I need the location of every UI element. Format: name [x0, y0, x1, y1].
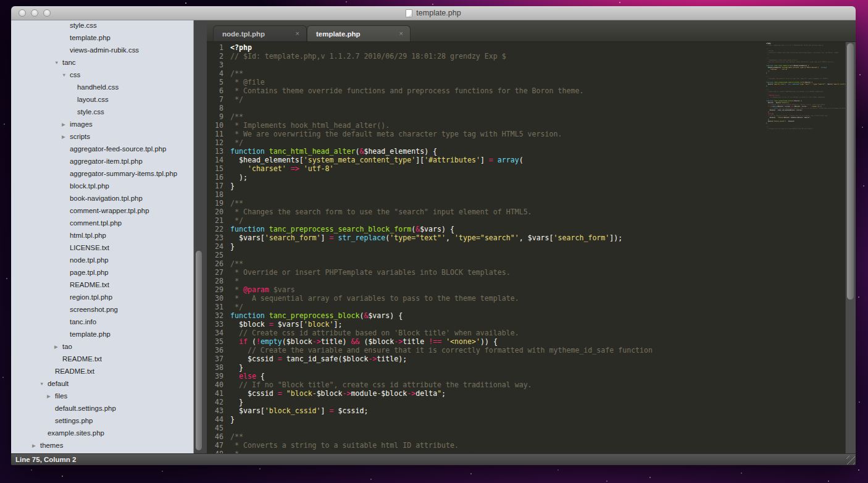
code-line-25[interactable]: 25 [207, 251, 856, 259]
folder-item-default[interactable]: ▼default [11, 377, 193, 390]
code-line-22[interactable]: 22function tanc_preprocess_search_block_… [207, 225, 856, 233]
file-item-aggregator-item.tpl.php[interactable]: aggregator-item.tpl.php [11, 155, 193, 167]
editor-scrollbar-track[interactable] [845, 42, 856, 453]
code-line-43[interactable]: 43 $vars['block_cssid'] = $cssid; [207, 406, 856, 415]
file-item-page.tpl.php[interactable]: page.tpl.php [11, 266, 193, 279]
code-line-34[interactable]: 34 // Create css id attribute based on '… [207, 329, 856, 337]
code-line-42[interactable]: 42 } [207, 398, 856, 406]
file-item-views-admin-rubik.css[interactable]: views-admin-rubik.css [11, 44, 193, 56]
file-item-handheld.css[interactable]: handheld.css [11, 81, 193, 93]
code-line-46[interactable]: 46/** [207, 432, 856, 441]
code-line-35[interactable]: 35 if (!empty($block->title) && ($block-… [207, 337, 856, 346]
code-line-9[interactable]: 9/** [207, 112, 856, 121]
minimap[interactable]: <?php// $Id: template.php,v 1.1.2.7 2010… [766, 43, 845, 132]
tab-node.tpl.php[interactable]: node.tpl.php× [213, 25, 307, 41]
disclosure-closed-icon[interactable]: ▶ [32, 440, 40, 452]
code-editor[interactable]: 1<?php2// $Id: template.php,v 1.1.2.7 20… [207, 42, 856, 453]
code-line-19[interactable]: 19/** [207, 199, 856, 208]
code-line-6[interactable]: 6 * Contains theme override functions an… [207, 86, 856, 95]
code-line-11[interactable]: 11 * We are overwriting the default meta… [207, 130, 856, 138]
disclosure-closed-icon[interactable]: ▶ [47, 390, 55, 403]
disclosure-open-icon[interactable]: ▼ [62, 69, 70, 82]
code-line-24[interactable]: 24} [207, 242, 856, 251]
folder-item-images[interactable]: ▶images [11, 118, 193, 130]
file-item-layout.css[interactable]: layout.css [11, 93, 193, 106]
file-item-html.tpl.php[interactable]: html.tpl.php [11, 229, 193, 242]
file-item-style.css[interactable]: style.css [11, 106, 193, 118]
code-line-33[interactable]: 33 $block = $vars['block']; [207, 320, 856, 329]
code-line-45[interactable]: 45 [207, 424, 856, 432]
file-item-template.php[interactable]: template.php [11, 32, 193, 44]
file-item-block.tpl.php[interactable]: block.tpl.php [11, 180, 193, 192]
code-line-47[interactable]: 47 * Converts a string to a suitable htm… [207, 441, 856, 450]
file-item-README.txt[interactable]: README.txt [11, 279, 193, 291]
code-line-5[interactable]: 5 * @file [207, 78, 856, 86]
disclosure-open-icon[interactable]: ▼ [40, 378, 48, 390]
disclosure-closed-icon[interactable]: ▶ [54, 341, 62, 353]
code-line-15[interactable]: 15 'charset' => 'utf-8' [207, 164, 856, 173]
minimize-window-button[interactable] [31, 9, 38, 17]
file-item-comment-wrapper.tpl.php[interactable]: comment-wrapper.tpl.php [11, 204, 193, 217]
sidebar-scrollbar-track[interactable] [193, 20, 207, 453]
disclosure-closed-icon[interactable]: ▶ [62, 131, 70, 143]
file-item-default.settings.php[interactable]: default.settings.php [11, 402, 193, 414]
disclosure-open-icon[interactable]: ▼ [54, 57, 62, 69]
folder-item-scripts[interactable]: ▶scripts [11, 130, 193, 143]
code-line-1[interactable]: 1<?php [207, 43, 856, 52]
tab-close-icon[interactable]: × [296, 30, 299, 38]
code-line-3[interactable]: 3 [207, 61, 856, 69]
file-item-settings.php[interactable]: settings.php [11, 414, 193, 427]
file-item-screenshot.png[interactable]: screenshot.png [11, 303, 193, 316]
folder-item-tanc[interactable]: ▼tanc [11, 56, 193, 69]
file-item-aggregator-summary-items.tpl.php[interactable]: aggregator-summary-items.tpl.php [11, 167, 193, 180]
code-line-31[interactable]: 31 */ [207, 303, 856, 311]
folder-item-themes[interactable]: ▶themes [11, 439, 193, 452]
file-item-tanc.info[interactable]: tanc.info [11, 316, 193, 328]
code-line-13[interactable]: 13function tanc_html_head_alter(&$head_e… [207, 147, 856, 156]
resize-grip[interactable] [846, 456, 855, 464]
code-line-29[interactable]: 29 * @param $vars [207, 285, 856, 294]
tab-template.php[interactable]: template.php× [307, 25, 411, 41]
file-item-region.tpl.php[interactable]: region.tpl.php [11, 291, 193, 303]
folder-item-tao[interactable]: ▶tao [11, 340, 193, 353]
file-item-template.php[interactable]: template.php [11, 328, 193, 340]
window-titlebar[interactable]: template.php [11, 6, 856, 20]
code-line-32[interactable]: 32function tanc_preprocess_block(&$vars)… [207, 311, 856, 320]
file-item-README.txt[interactable]: README.txt [11, 353, 193, 365]
tab-close-icon[interactable]: × [399, 30, 403, 38]
code-line-40[interactable]: 40 // If no "Block title", create css id… [207, 380, 856, 389]
code-line-26[interactable]: 26/** [207, 259, 856, 268]
code-line-4[interactable]: 4/** [207, 69, 856, 78]
code-line-39[interactable]: 39 else { [207, 372, 856, 380]
sidebar-scrollbar-thumb[interactable] [196, 251, 202, 450]
file-item-LICENSE.txt[interactable]: LICENSE.txt [11, 242, 193, 254]
file-item-example.sites.php[interactable]: example.sites.php [11, 427, 193, 439]
close-window-button[interactable] [19, 9, 26, 17]
code-line-20[interactable]: 20 * Changes the search form to use the … [207, 208, 856, 216]
code-line-36[interactable]: 36 // Create the variable and ensure tha… [207, 346, 856, 355]
code-line-23[interactable]: 23 $vars['search_form'] = str_replace('t… [207, 233, 856, 242]
file-item-style.css[interactable]: style.css [11, 20, 193, 32]
folder-item-css[interactable]: ▼css [11, 69, 193, 81]
file-item-book-navigation.tpl.php[interactable]: book-navigation.tpl.php [11, 192, 193, 204]
code-line-2[interactable]: 2// $Id: template.php,v 1.1.2.7 2010/06/… [207, 52, 856, 61]
code-line-12[interactable]: 12 */ [207, 138, 856, 147]
disclosure-closed-icon[interactable]: ▶ [62, 119, 70, 131]
file-item-node.tpl.php[interactable]: node.tpl.php [11, 254, 193, 266]
code-line-37[interactable]: 37 $cssid = tanc_id_safe($block->title); [207, 355, 856, 363]
code-line-38[interactable]: 38 } [207, 363, 856, 372]
code-line-21[interactable]: 21 */ [207, 216, 856, 225]
code-line-14[interactable]: 14 $head_elements['system_meta_content_t… [207, 156, 856, 164]
code-line-7[interactable]: 7 */ [207, 95, 856, 104]
code-line-10[interactable]: 10 * Implements hook_html_head_alter(). [207, 121, 856, 130]
file-item-comment.tpl.php[interactable]: comment.tpl.php [11, 217, 193, 229]
code-line-30[interactable]: 30 * A sequential array of variables to … [207, 294, 856, 303]
code-line-16[interactable]: 16 ); [207, 173, 856, 182]
file-item-README.txt[interactable]: README.txt [11, 365, 193, 377]
code-line-17[interactable]: 17} [207, 182, 856, 190]
code-line-27[interactable]: 27 * Override or insert PHPTemplate vari… [207, 268, 856, 277]
code-line-28[interactable]: 28 * [207, 277, 856, 285]
code-line-44[interactable]: 44} [207, 415, 856, 424]
code-line-8[interactable]: 8 [207, 104, 856, 112]
editor-scrollbar-thumb[interactable] [847, 43, 854, 300]
